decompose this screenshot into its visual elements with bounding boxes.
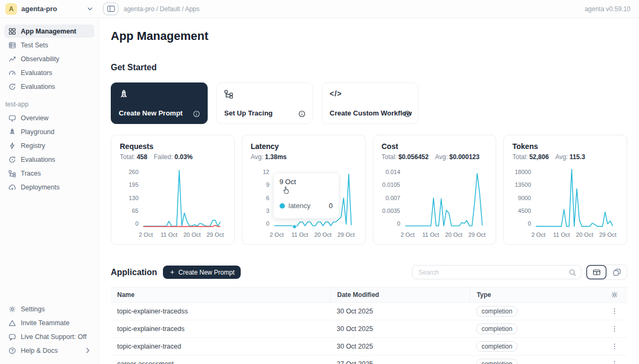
y-tick-label: 260 [129,169,138,175]
search-box[interactable] [412,265,581,279]
sidebar: App Management Test Sets Observability E… [0,18,99,364]
get-started-title: Get Started [111,62,627,72]
chat-icon [9,333,16,341]
type-badge: completion [476,324,518,334]
sidebar-item-app-management[interactable]: App Management [4,24,94,38]
sidebar-item-label: Evaluations [21,83,55,90]
app-date-modified: 30 Oct 2025 [330,343,470,350]
card-view-button[interactable] [607,265,627,279]
sidebar-item-observability[interactable]: Observability [4,52,94,65]
column-header-date-modified[interactable]: Date Modified [330,287,470,302]
table-view-button[interactable] [586,265,607,279]
row-actions [601,308,627,315]
metric-stats: Total:458 Failed:0.03% [120,153,226,161]
workspace-avatar: A [5,3,17,15]
sidebar-item-label: Playground [21,128,54,136]
table-row[interactable]: topic-explainer-tracedss 30 Oct 2025 com… [111,303,627,320]
app-type-cell: completion [470,359,601,364]
cycle-icon [9,156,16,163]
column-header-name[interactable]: Name [111,287,330,302]
create-new-prompt-card[interactable]: Create New Prompt [111,82,208,124]
sidebar-item-overview[interactable]: Overview [4,111,94,125]
sidebar-item-test-sets[interactable]: Test Sets [4,38,94,52]
x-tick-label: 29 Oct [468,231,485,238]
table-row[interactable]: topic-explainer-traced 30 Oct 2025 compl… [111,338,627,355]
app-name[interactable]: career-assessment [111,360,330,364]
y-tick-label: 9 [266,182,269,188]
sidebar-item-traces[interactable]: Traces [4,167,94,180]
y-tick-label: 0 [266,221,269,227]
create-custom-workflow-card[interactable]: </> Create Custom Workflow [322,82,419,124]
triangle-icon [9,319,16,327]
cycle-icon [9,83,16,90]
y-tick-label: 0 [397,221,400,227]
info-icon[interactable] [298,110,306,118]
y-axis-labels: 129630 [251,169,274,227]
x-tick-label: 2 Oct [400,231,414,238]
x-tick-label: 2 Oct [531,231,545,238]
x-tick-label: 20 Oct [576,231,593,238]
series-color-dot [280,203,285,209]
more-actions-icon[interactable] [611,308,618,315]
plot-area[interactable] [536,169,613,227]
cursor-hand-icon [282,186,290,195]
app-name[interactable]: topic-explainer-traceds [111,325,330,333]
sidebar-item-label: Evaluations [21,156,55,163]
column-settings-gear-icon[interactable] [611,291,618,299]
workspace-selector[interactable]: A agenta-pro [0,0,99,18]
sidebar-item-evaluations[interactable]: Evaluations [4,80,94,93]
panel-left-icon [107,5,115,13]
type-badge: completion [476,341,518,352]
breadcrumb[interactable]: agenta-pro / Default / Apps [124,5,200,13]
get-started-cards: Create New Prompt Set Up Tracing </> Cre… [111,82,627,124]
sidebar-item-live-chat-support[interactable]: Live Chat Support: Off [4,330,94,343]
table-row[interactable]: career-assessment 27 Oct 2025 completion [111,355,627,364]
hover-marker-dot [292,225,297,229]
plot-area[interactable] [143,169,220,227]
set-up-tracing-card[interactable]: Set Up Tracing [216,82,313,124]
app-date-modified: 27 Oct 2025 [330,360,470,364]
app-type-cell: completion [470,324,601,334]
sidebar-item-help-docs[interactable]: Help & Docs [4,344,94,357]
plot-area[interactable] [405,169,482,227]
sidebar-item-deployments[interactable]: Deployments [4,180,94,194]
create-new-prompt-button[interactable]: Create New Prompt [163,266,241,279]
more-actions-icon[interactable] [611,325,618,333]
metric-stats: Total:52,806 Avg:115.3 [512,153,618,161]
y-tick-label: 0.007 [386,195,400,201]
table-row[interactable]: topic-explainer-traceds 30 Oct 2025 comp… [111,320,627,338]
sidebar-item-evaluators[interactable]: Evaluators [4,66,94,79]
gear-icon [9,305,16,313]
sidebar-toggle-button[interactable] [103,2,119,15]
metric-stats: Avg:1.38ms [251,153,357,161]
info-icon[interactable] [404,110,411,118]
metric-title: Tokens [512,142,618,151]
column-header-type[interactable]: Type [470,287,601,302]
code-icon: </> [330,89,342,98]
x-axis-labels: 2 Oct11 Oct20 Oct29 Oct [274,231,351,239]
app-name[interactable]: topic-explainer-traced [111,343,330,350]
sidebar-item-invite-teammate[interactable]: Invite Teammate [4,316,94,329]
sidebar-item-label: Live Chat Support: Off [21,333,86,341]
tooltip-date: 9 Oct [280,178,333,186]
sidebar-item-label: Observability [21,55,59,63]
x-tick-label: 11 Oct [291,231,308,238]
y-tick-label: 18000 [515,169,531,175]
search-icon[interactable] [569,269,576,276]
search-input[interactable] [419,269,569,276]
more-actions-icon[interactable] [611,360,618,364]
y-tick-label: 0 [528,221,531,227]
sidebar-item-label: App Management [21,28,76,35]
sidebar-item-app-evaluations[interactable]: Evaluations [4,153,94,166]
sidebar-item-registry[interactable]: Registry [4,139,94,152]
plus-icon [169,269,175,275]
sidebar-item-playground[interactable]: Playground [4,125,94,138]
info-icon[interactable] [193,110,200,118]
series-tokens [536,169,613,226]
chart-line-icon [9,55,16,63]
more-actions-icon[interactable] [611,343,618,350]
app-name[interactable]: topic-explainer-tracedss [111,308,330,315]
sidebar-item-settings[interactable]: Settings [4,302,94,316]
sidebar-item-label: Traces [21,170,41,177]
chevron-right-icon [86,348,90,353]
